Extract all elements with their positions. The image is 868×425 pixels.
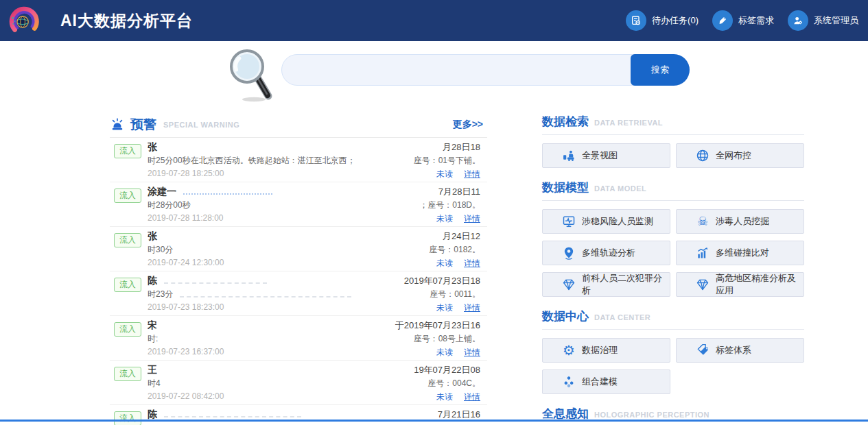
monitor-pulse-icon (562, 215, 576, 228)
todo-tasks-label: 待办任务(0) (652, 14, 699, 27)
button-label: 多维轨迹分析 (582, 247, 635, 259)
warning-list-item[interactable]: 流入 宋 时: 2019-07-23 16:37:00 于2019年07月23日… (110, 316, 487, 361)
redacted-text (164, 412, 301, 417)
stability-risk-monitor-button[interactable]: 涉稳风险人员监测 (542, 209, 670, 234)
detail-link[interactable]: 详情 (464, 348, 480, 357)
warning-desc: 时25分00秒在北京西活动。铁路起始站：湛江至北京西； (148, 155, 381, 167)
detail-link[interactable]: 详情 (464, 392, 480, 402)
panorama-view-button[interactable]: 全景视图 (542, 143, 670, 168)
warning-desc (148, 422, 381, 425)
repeat-crime-analysis-button[interactable]: 前科人员二次犯罪分析 (542, 272, 670, 297)
detail-link[interactable]: 详情 (464, 303, 480, 313)
admin-user-label: 系统管理员 (814, 14, 858, 27)
warning-seat-info: 座号：0182。 (429, 244, 480, 256)
skull-icon: ☠ (696, 215, 709, 228)
inflow-tag-badge: 流入 (114, 233, 141, 247)
multi-collision-compare-button[interactable]: 多维碰撞比对 (676, 241, 804, 265)
warning-seat-info: 座号：0011。 (404, 289, 480, 301)
inflow-tag-badge: 流入 (114, 189, 141, 203)
gem-icon (696, 278, 709, 291)
admin-user-button[interactable]: 系统管理员 (788, 10, 858, 31)
detail-link[interactable]: 详情 (464, 169, 480, 179)
drug-personnel-mining-button[interactable]: ☠ 涉毒人员挖掘 (676, 209, 804, 234)
network-control-button[interactable]: 全网布控 (676, 143, 804, 168)
warning-timestamp: 2019-07-28 18:25:00 (148, 169, 381, 178)
warning-panel-header: 预警 SPECIAL WARNING 更多>> (110, 115, 487, 134)
warning-date-fragment: 于2019年07月23日16 (395, 319, 480, 332)
button-label: 标签体系 (716, 344, 751, 356)
map-pin-icon (562, 246, 576, 260)
button-label: 多维碰撞比对 (716, 247, 769, 259)
warning-timestamp: 2019-07-22 08:42:00 (148, 391, 381, 401)
warning-name: 王 (148, 364, 381, 377)
unread-status: 未读 (436, 348, 453, 357)
section-header-data-model: 数据模型 DATA MODEL (542, 180, 804, 195)
section-subtitle: DATA RETRIEVAL (594, 119, 663, 127)
warning-date-fragment: 月28日18 (414, 141, 480, 154)
page: AI大数据分析平台 待办任务(0) (0, 0, 868, 425)
button-label: 高危地区精准分析及应用 (716, 272, 804, 297)
warning-desc: 时28分00秒 (148, 199, 381, 212)
section-subtitle: DATA MODEL (594, 184, 646, 193)
section-title: 数据模型 (542, 180, 589, 195)
search-button[interactable]: 搜索 (631, 54, 690, 86)
label-system-button[interactable]: 标签体系 (676, 338, 804, 363)
todo-tasks-button[interactable]: 待办任务(0) (626, 10, 699, 31)
search-bar: 搜索 (281, 54, 690, 86)
warning-timestamp: 2019-07-28 11:28:00 (148, 213, 381, 223)
redacted-text (164, 278, 267, 284)
tag-request-button[interactable]: 标签需求 (712, 10, 774, 31)
tags-icon (696, 343, 709, 357)
high-risk-area-analysis-button[interactable]: 高危地区精准分析及应用 (676, 272, 804, 297)
inflow-tag-badge: 流入 (114, 411, 141, 425)
todo-tasks-icon (626, 10, 646, 31)
detail-link[interactable]: 详情 (464, 214, 480, 223)
warning-list: 流入 张 时25分00秒在北京西活动。铁路起始站：湛江至北京西； 2019-07… (110, 138, 487, 425)
warning-date-fragment: 7月28日11 (419, 186, 480, 199)
button-label: 全景视图 (582, 149, 618, 162)
warning-desc: 时30分 (148, 244, 381, 256)
button-label: 涉毒人员挖掘 (716, 215, 769, 228)
multi-trajectory-analysis-button[interactable]: 多维轨迹分析 (542, 241, 670, 265)
unread-status: 未读 (436, 169, 453, 179)
section-title: 数据检索 (542, 114, 589, 130)
warning-name: 陈 (148, 409, 157, 420)
gear-icon: ⚙ (562, 343, 576, 357)
warning-list-item[interactable]: 流入 王 时4 2019-07-22 08:42:00 19年07月22日08 … (110, 361, 487, 405)
warning-desc: 时4 (148, 378, 381, 390)
app-logo-icon (8, 5, 40, 36)
warning-seat-info: ；座号：018D。 (419, 199, 480, 212)
warning-list-item[interactable]: 流入 张 时25分00秒在北京西活动。铁路起始站：湛江至北京西； 2019-07… (110, 138, 487, 182)
warning-date-fragment: 2019年07月23日18 (404, 275, 480, 288)
warning-seat-info: 座号：004C。 (414, 378, 480, 390)
unread-status: 未读 (436, 214, 453, 223)
warning-list-item[interactable]: 流入 张 时30分 2019-07-24 12:30:00 月24日12 座号：… (110, 227, 487, 271)
warning-list-item[interactable]: 流入 涂建一 时28分00秒 2019-07-28 11:28:00 7月28日… (110, 182, 487, 227)
section-subtitle: HOLOGRAPHIC PERCEPTION (594, 411, 709, 419)
inflow-tag-badge: 流入 (114, 278, 141, 292)
unread-status: 未读 (436, 392, 453, 402)
detail-link[interactable]: 详情 (464, 258, 480, 268)
warning-timestamp: 2019-07-23 18:23:00 (148, 302, 381, 312)
bottom-accent-line (0, 420, 868, 422)
header-nav: 待办任务(0) 标签需求 (626, 10, 868, 31)
warning-more-link[interactable]: 更多>> (453, 119, 483, 131)
function-panel: 数据检索 DATA RETRIEVAL 全景视图 (542, 114, 804, 425)
combined-modeling-button[interactable]: 组合建模 (542, 369, 670, 394)
warning-list-item[interactable]: 流入 陈 时23分 2019-07-23 18:23:00 2019年07月23… (110, 271, 487, 316)
inflow-tag-badge: 流入 (114, 322, 141, 337)
warning-title: 预警 (130, 116, 156, 134)
redacted-text (183, 189, 272, 195)
unread-status: 未读 (436, 303, 453, 313)
warning-list-item[interactable]: 流入 陈 7月21日16 (110, 405, 487, 425)
panorama-view-icon (562, 149, 576, 162)
warning-timestamp: 2019-07-24 12:30:00 (148, 258, 381, 267)
inflow-tag-badge: 流入 (114, 367, 141, 381)
section-header-data-center: 数据中心 DATA CENTER (542, 308, 804, 324)
redacted-text (180, 292, 351, 298)
section-title: 数据中心 (542, 308, 589, 324)
data-governance-button[interactable]: ⚙ 数据治理 (542, 338, 670, 363)
warning-subtitle: SPECIAL WARNING (163, 121, 239, 129)
search-input[interactable] (282, 55, 631, 85)
button-label: 组合建模 (582, 376, 618, 388)
